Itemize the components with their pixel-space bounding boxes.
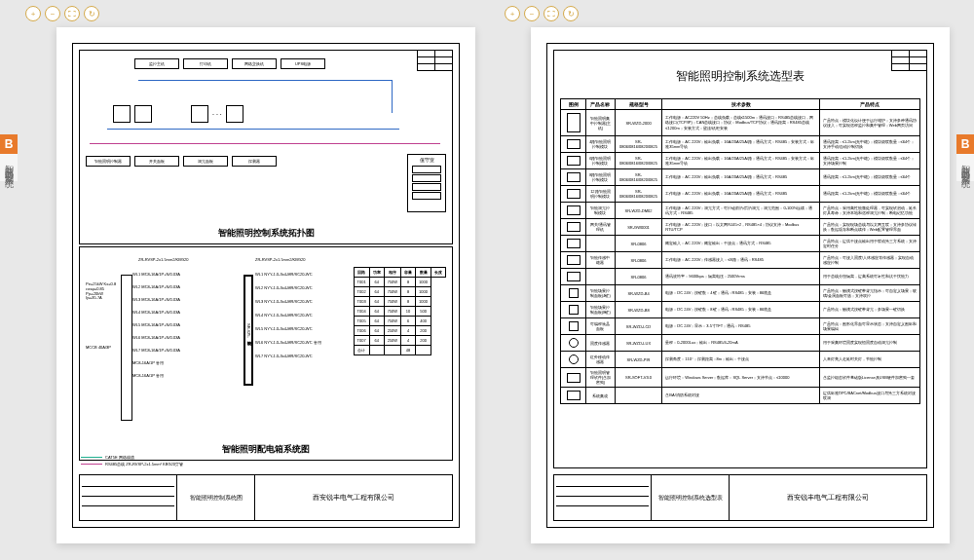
output-list: WL1 NYY-1.0-3x4-MR/SC20-WCWL2 NYY-1.0-3x… — [255, 273, 321, 368]
topo-printer: 打印机 — [183, 58, 228, 69]
fit-icon[interactable]: ⛶ — [543, 6, 559, 21]
incoming-spec: Pe=25kW Kx=0.8 cosφ=0.85 Pjs=20kW Ijs=35… — [86, 282, 119, 301]
drawing-page-1: 监控主机 打印机 网络交换机 UPS电源 · · · 智能照明控制器 开关面板 — [56, 27, 475, 543]
topology-diagram: 监控主机 打印机 网络交换机 UPS电源 · · · 智能照明控制器 开关面板 — [79, 50, 453, 244]
fit-icon[interactable]: ⛶ — [64, 6, 80, 21]
drawing-name: 智能照明控制系统图 — [177, 475, 255, 520]
title-block: 智能照明控制系统图 西安锐丰电气工程有限公司 — [79, 474, 453, 521]
topo-dimmer: 调光面板 — [183, 156, 228, 167]
topo-sensor: 探测器 — [232, 156, 277, 167]
side-tab-left[interactable]: B 智能照明控制系统 — [0, 134, 18, 181]
company-name: 西安锐丰电气工程有限公司 — [730, 475, 926, 520]
title-block: 智能照明控制系统选型表 西安锐丰电气工程有限公司 — [553, 474, 927, 521]
rotate-icon[interactable]: ↻ — [563, 6, 579, 21]
rotate-icon[interactable]: ↻ — [84, 6, 99, 21]
legend: CAT5E 网络线缆 RS485总线 ZR-RVSP-2x1.5mm² KBG2… — [81, 455, 183, 468]
distribution-title: 智能照明配电箱系统图 — [222, 443, 310, 456]
ellipsis-icon: · · · — [212, 111, 222, 118]
gateway-icon — [191, 105, 208, 123]
topo-switch: 网络交换机 — [232, 58, 277, 69]
topo-switch-panel: 开关面板 — [134, 156, 179, 167]
side-tab-right[interactable]: B 智能照明控制系统 — [956, 134, 974, 181]
main-breaker: MCCB 40A/3P — [86, 345, 111, 350]
page2-toolbar: + − ⛶ ↻ — [505, 6, 579, 21]
cable-note: ZR-RVSP-2x1.5mm2/KBG20 — [255, 257, 306, 262]
tab-label: 智能照明控制系统 — [959, 158, 972, 173]
dist-panel — [121, 275, 132, 421]
zoom-in-icon[interactable]: + — [25, 6, 41, 21]
distribution-diagram: ZR-RVSP-2x1.5mm2/KBG20 ZR-RVSP-2x1.5mm2/… — [79, 246, 453, 461]
gateway-icon — [134, 105, 152, 123]
zoom-out-icon[interactable]: − — [524, 6, 540, 21]
drawing-name: 智能照明控制系统选型表 — [652, 475, 730, 520]
topology-title: 智能照明控制系统拓扑图 — [218, 227, 315, 240]
selection-table: 图例产品名称规格型号技术参数产品特点智能照明集中控制器(主机)SR-WZD-20… — [560, 98, 920, 404]
topo-host: 监控主机 — [134, 58, 179, 69]
tab-label: 智能照明控制系统 — [3, 158, 16, 173]
gateway-icon — [113, 105, 131, 123]
tab-badge: B — [956, 134, 974, 154]
topo-ups: UPS电源 — [281, 58, 325, 69]
selection-table-title: 智能照明控制系统选型表 — [560, 68, 920, 85]
topo-controller: 智能照明控制器 — [86, 156, 131, 167]
circuit-list: WL1 MC8-16A/1P+N/0.03AWL2 MC8-16A/1P+N/0… — [132, 273, 180, 387]
zoom-in-icon[interactable]: + — [505, 6, 520, 21]
page1-toolbar: + − ⛶ ↻ — [25, 6, 99, 21]
drawing-page-2: 智能照明控制系统选型表 图例产品名称规格型号技术参数产品特点智能照明集中控制器(… — [531, 27, 950, 543]
control-room: 值守室 — [407, 154, 446, 212]
zoom-out-icon[interactable]: − — [45, 6, 60, 21]
load-table: 回路功率相序容量数量长度T00164750W81000T00264750W810… — [354, 267, 446, 355]
control-module: SR-625-智能控制模块 — [244, 275, 253, 386]
cable-note: ZR-RVSP-2x1.5mm2/KBG20 — [138, 257, 189, 262]
gateway-icon — [226, 105, 244, 123]
tab-badge: B — [0, 134, 18, 154]
company-name: 西安锐丰电气工程有限公司 — [255, 475, 452, 520]
